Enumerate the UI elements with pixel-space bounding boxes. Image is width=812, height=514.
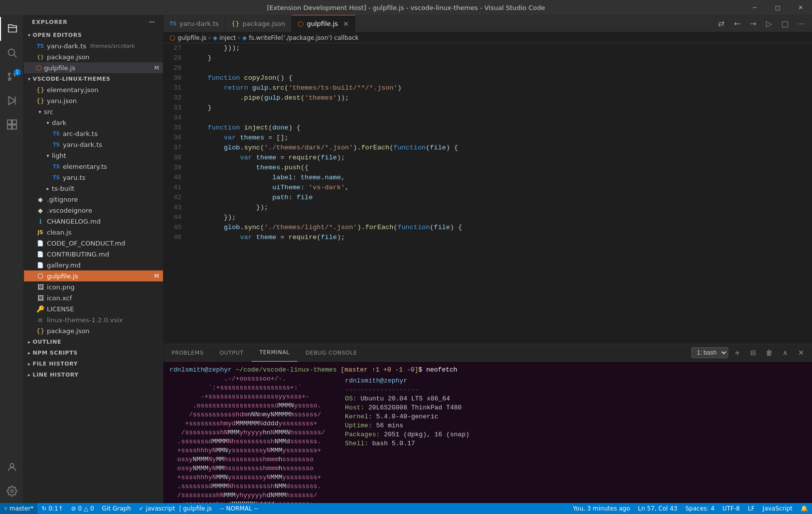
new-terminal-icon[interactable]: + — [730, 346, 744, 360]
terminal[interactable]: rdnlsmith@zephyr ~/code/vscode-linux-the… — [163, 362, 812, 503]
light-folder[interactable]: ▾ light — [24, 150, 163, 161]
notifications-item[interactable]: 🔔 — [797, 503, 812, 514]
source-control-icon[interactable]: 1 — [0, 65, 24, 89]
gallery-md[interactable]: 📄 gallery.md — [24, 259, 163, 270]
tab-debug-console[interactable]: DEBUG CONSOLE — [298, 344, 365, 362]
tab-terminal[interactable]: TERMINAL — [252, 344, 298, 362]
open-editor-package[interactable]: {} package.json — [24, 51, 163, 62]
scrollbar-track[interactable] — [805, 43, 812, 344]
run-icon[interactable] — [0, 89, 24, 113]
spaces-item[interactable]: Spaces: 4 — [681, 503, 718, 514]
code-of-conduct[interactable]: 📄 CODE_OF_CONDUCT.md — [24, 238, 163, 249]
tab-output[interactable]: OUTPUT — [211, 344, 251, 362]
clean-js[interactable]: JS clean.js — [24, 227, 163, 238]
lang-mode-item[interactable]: JavaScript — [759, 503, 797, 514]
sidebar-title: Explorer — [32, 19, 68, 25]
breadcrumb-sep-2: › — [238, 34, 240, 41]
sync-item[interactable]: ↻ 0:1↑ — [37, 503, 67, 514]
panel-actions: 1: bash + ⊟ 🗑 ∧ ✕ — [687, 346, 812, 360]
close-button[interactable]: ✕ — [789, 0, 812, 15]
breadcrumb-callback[interactable]: fs.writeFile('./package.json') callback — [249, 34, 358, 41]
code-editor[interactable]: 27 28 29 30 31 32 33 34 35 36 37 38 39 4… — [163, 43, 812, 344]
breadcrumb-inject[interactable]: inject — [219, 34, 236, 41]
encoding-item[interactable]: UTF-8 — [718, 503, 744, 514]
src-folder[interactable]: ▾ src — [24, 106, 163, 117]
open-editor-yaru-dark[interactable]: TS yaru-dark.ts themes/src/dark — [24, 40, 163, 51]
contributing-md[interactable]: 📄 CONTRIBUTING.md — [24, 249, 163, 259]
settings-icon[interactable] — [0, 479, 24, 503]
line-ending-item[interactable]: LF — [744, 503, 759, 514]
icon-xcf-icon: 🖼 — [36, 294, 45, 302]
arc-dark-ts[interactable]: TS arc-dark.ts — [24, 128, 163, 139]
clean-js-label: clean.js — [47, 229, 71, 236]
check-item[interactable]: ✓ javascript | gulpfile.js — [135, 503, 216, 514]
icon-xcf[interactable]: 🖼 icon.xcf — [24, 292, 163, 303]
run-debug-icon[interactable]: ▷ — [762, 16, 776, 30]
panel-up-icon[interactable]: ∧ — [778, 346, 792, 360]
open-editors-header[interactable]: ▾ OPEN EDITORS — [24, 29, 163, 40]
gulpfile-js[interactable]: ⬡ gulpfile.js M — [24, 270, 163, 281]
sync-label: ↻ 0:1↑ — [41, 505, 63, 512]
open-editor-gulpfile[interactable]: ⬡ gulpfile.js M — [24, 62, 163, 73]
position-item[interactable]: You, 3 minutes ago — [569, 503, 634, 514]
split-view-icon[interactable]: ▢ — [778, 16, 792, 30]
split-terminal-icon[interactable]: ⊟ — [746, 346, 760, 360]
vsix-file[interactable]: ≡ linux-themes-1.2.0.vsix — [24, 314, 163, 325]
outline-section[interactable]: ▸ OUTLINE — [24, 336, 163, 347]
ts-built-folder[interactable]: ▸ ts-built — [24, 183, 163, 194]
open-editor-yaru-dark-label: yaru-dark.ts — [47, 42, 86, 50]
navigate-forward-icon[interactable]: → — [746, 16, 760, 30]
tab-gulpfile[interactable]: ⬡ gulpfile.js ✕ — [292, 15, 355, 32]
sidebar-more-icon[interactable]: ⋯ — [149, 19, 155, 25]
tab-package-json[interactable]: {} package.json — [225, 15, 292, 32]
package-json-file[interactable]: {} package.json — [24, 325, 163, 336]
split-editor-icon[interactable]: ⇄ — [714, 16, 728, 30]
cursor-item[interactable]: Ln 57, Col 43 — [634, 503, 681, 514]
tab-json-icon: {} — [231, 20, 240, 27]
elementary-json[interactable]: {} elementary.json — [24, 84, 163, 95]
package-json-icon: {} — [36, 327, 45, 335]
yaru-ts[interactable]: TS yaru.ts — [24, 172, 163, 183]
trash-icon[interactable]: 🗑 — [762, 346, 776, 360]
ts-icon: TS — [36, 43, 45, 49]
panel-close-icon[interactable]: ✕ — [794, 346, 808, 360]
project-label: VSCODE-LINUX-THEMES — [33, 76, 111, 82]
minimize-button[interactable]: ─ — [743, 0, 766, 15]
icon-png[interactable]: 🖼 icon.png — [24, 281, 163, 292]
terminal-selector[interactable]: 1: bash — [691, 347, 728, 358]
git-graph-item[interactable]: Git Graph — [98, 503, 135, 514]
code-content[interactable]: })); } function copyJson() { return gulp… — [187, 43, 765, 344]
yaru-json[interactable]: {} yaru.json — [24, 95, 163, 106]
breadcrumb-file[interactable]: gulpfile.js — [177, 34, 206, 41]
vscodeignore-file[interactable]: ◆ .vscodeignore — [24, 205, 163, 216]
gulp-icon: ⬡ — [36, 272, 45, 280]
elementary-ts[interactable]: TS elementary.ts — [24, 161, 163, 172]
search-icon[interactable] — [0, 41, 24, 65]
file-history-label: FILE HISTORY — [33, 361, 78, 367]
project-header[interactable]: ▾ VSCODE-LINUX-THEMES — [24, 73, 163, 84]
yaru-dark-ts[interactable]: TS yaru-dark.ts — [24, 139, 163, 150]
gitignore-file[interactable]: ◆ .gitignore — [24, 194, 163, 205]
gulpfile-status: gulpfile.js — [183, 505, 212, 512]
line-history-section[interactable]: ▸ LINE HISTORY — [24, 369, 163, 380]
dark-folder[interactable]: ▾ dark — [24, 117, 163, 128]
license-file[interactable]: 🔑 LICENSE — [24, 303, 163, 314]
navigate-back-icon[interactable]: ← — [730, 16, 744, 30]
open-editor-gulpfile-label: gulpfile.js — [44, 64, 75, 72]
tab-close-button[interactable]: ✕ — [343, 20, 349, 28]
changelog-file[interactable]: ℹ CHANGELOG.md — [24, 216, 163, 227]
file-history-section[interactable]: ▸ FILE HISTORY — [24, 358, 163, 369]
mode-item[interactable]: -- NORMAL -- — [216, 503, 262, 514]
extensions-icon[interactable] — [0, 113, 24, 136]
git-branch-item[interactable]: ⑂ master* — [0, 503, 37, 514]
maximize-button[interactable]: □ — [766, 0, 789, 15]
more-actions-icon[interactable]: ⋯ — [794, 16, 808, 30]
tab-yaru-dark[interactable]: TS yaru-dark.ts — [163, 15, 225, 32]
errors-item[interactable]: ⊘ 0 △ 0 — [67, 503, 98, 514]
files-icon[interactable] — [0, 17, 24, 41]
account-icon[interactable] — [0, 455, 24, 479]
lang-mode-label: JavaScript — [763, 505, 793, 512]
line-history-arrow: ▸ — [28, 372, 31, 378]
npm-scripts-section[interactable]: ▸ NPM SCRIPTS — [24, 347, 163, 358]
tab-problems[interactable]: PROBLEMS — [163, 344, 211, 362]
